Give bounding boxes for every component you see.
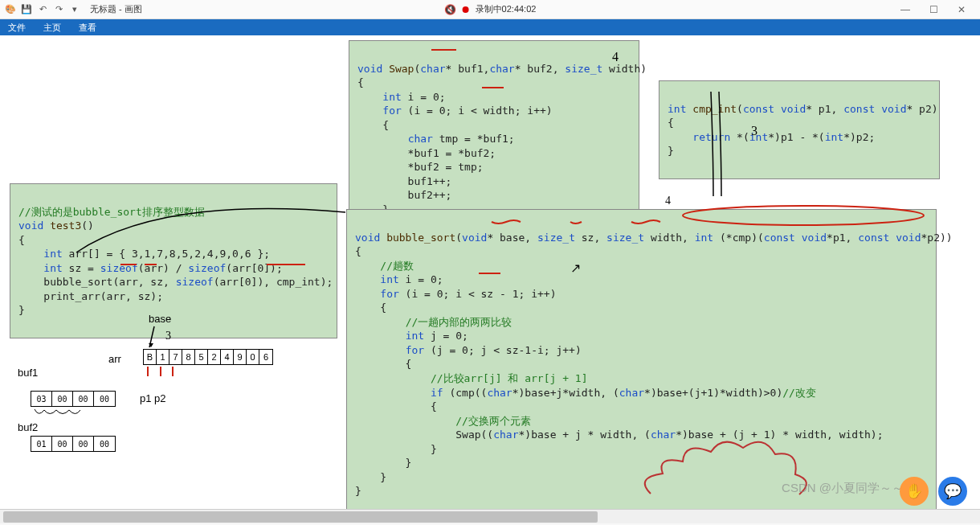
window-controls: — ☐ ✕ <box>896 2 970 17</box>
maximize-button[interactable]: ☐ <box>925 2 943 17</box>
array-diagram: B 1 7 8 5 2 4 9 0 6 <box>143 349 273 365</box>
label-p1p2: p1 p2 <box>140 392 166 404</box>
mic-icon: 🔇 <box>444 4 456 15</box>
redo-icon[interactable]: ↷ <box>53 4 64 15</box>
array-cell: B <box>144 350 157 364</box>
close-button[interactable]: ✕ <box>953 2 970 17</box>
scrollbar-thumb[interactable] <box>3 511 598 523</box>
svg-text:4: 4 <box>665 195 671 207</box>
label-arr: arr <box>108 353 121 365</box>
horizontal-scrollbar[interactable] <box>0 509 980 523</box>
buf1-diagram: 03 00 00 00 <box>31 391 116 407</box>
paint-app-icon: 🎨 <box>5 4 16 15</box>
tab-view[interactable]: 查看 <box>76 20 100 35</box>
code-panel-cmp: int cmp_int(const void* p1, const void* … <box>659 80 940 179</box>
label-buf2: buf2 <box>18 421 38 433</box>
tab-file[interactable]: 文件 <box>5 20 29 35</box>
code-panel-test: //测试的是bubble_sort排序整型数据 void test3() { i… <box>10 183 337 338</box>
record-dot-icon <box>463 6 469 13</box>
record-time: 录制中02:44:02 <box>476 3 537 15</box>
quick-access-toolbar: 🎨 💾 ↶ ↷ ▾ 无标题 - 画图 <box>5 3 142 15</box>
qat-dropdown-icon[interactable]: ▾ <box>69 4 80 15</box>
array-cell: 7 <box>169 350 182 364</box>
minimize-button[interactable]: — <box>896 2 915 17</box>
chat-float-button[interactable]: 💬 <box>938 477 967 506</box>
array-cell: 8 <box>182 350 195 364</box>
watermark: CSDN @小夏同学～～～ <box>782 481 916 496</box>
app-title: 无标题 - 画图 <box>90 3 142 15</box>
label-base: base <box>149 313 171 325</box>
array-cell: 9 <box>234 350 247 364</box>
array-cell: 2 <box>208 350 221 364</box>
recording-indicator: 🔇 录制中02:44:02 <box>444 3 537 15</box>
array-cell: 5 <box>195 350 208 364</box>
array-cell: 1 <box>157 350 169 364</box>
array-cell: 4 <box>221 350 234 364</box>
title-bar: 🎨 💾 ↶ ↷ ▾ 无标题 - 画图 🔇 录制中02:44:02 — ☐ ✕ <box>0 0 980 19</box>
array-cell: 0 <box>247 350 259 364</box>
label-buf1: buf1 <box>18 367 38 379</box>
buf2-diagram: 01 00 00 00 <box>31 436 116 452</box>
tab-home[interactable]: 主页 <box>40 20 64 35</box>
code-panel-bubble: void bubble_sort(void* base, size_t sz, … <box>346 209 937 519</box>
array-cell: 6 <box>259 350 272 364</box>
canvas-area[interactable]: //测试的是bubble_sort排序整型数据 void test3() { i… <box>0 35 980 509</box>
save-icon[interactable]: 💾 <box>21 4 32 15</box>
ribbon-tabs: 文件 主页 查看 <box>0 19 980 35</box>
undo-icon[interactable]: ↶ <box>37 4 48 15</box>
hand-float-button[interactable]: ✋ <box>900 477 929 506</box>
